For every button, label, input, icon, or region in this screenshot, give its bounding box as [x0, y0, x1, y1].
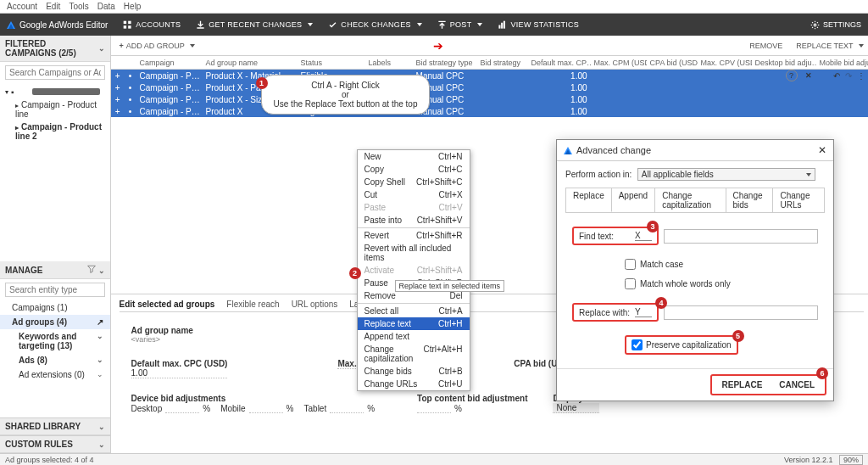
ctx-replace-text[interactable]: Replace textCtrl+H: [358, 317, 470, 330]
col-default-cpc[interactable]: Default max. CP…: [528, 59, 591, 67]
col-mobile-bid[interactable]: Mobile bid adjust: [816, 59, 868, 67]
tree-campaign-1[interactable]: ▸Campaign - Product line: [0, 98, 110, 120]
remove-button[interactable]: REMOVE: [746, 42, 786, 50]
col-cpv[interactable]: Max. CPV (USD): [698, 59, 752, 67]
get-recent-button[interactable]: GET RECENT CHANGES: [196, 20, 313, 30]
post-button[interactable]: POST: [437, 20, 483, 30]
grid-icon: [123, 20, 132, 30]
ctx-revert[interactable]: RevertCtrl+Shift+R: [358, 229, 470, 242]
tab-change-bids[interactable]: Change bids: [726, 188, 774, 212]
table-row[interactable]: +•Campaign - P…Product X - MaterialEligi…: [111, 70, 868, 81]
ctx-cut[interactable]: CutCtrl+X: [358, 188, 470, 201]
manage-extensions[interactable]: Ad extensions (0)⌄: [0, 367, 110, 382]
ctx-copy[interactable]: CopyCtrl+C: [358, 163, 470, 176]
ctx-paste-into[interactable]: Paste intoCtrl+Shift+V: [358, 214, 470, 227]
chevron-down-icon: ⌄: [97, 332, 103, 350]
match-whole-checkbox[interactable]: [625, 278, 636, 289]
settings-button[interactable]: SETTINGS: [810, 20, 861, 30]
menu-tools[interactable]: Tools: [69, 2, 88, 11]
mobile-input[interactable]: [249, 403, 283, 413]
dialog-close-icon[interactable]: ✕: [818, 144, 826, 156]
manage-campaigns[interactable]: Campaigns (1): [0, 300, 110, 315]
help-icon[interactable]: ?: [786, 70, 798, 81]
editor-tab-url[interactable]: URL options: [292, 300, 338, 309]
ctx-revert-with-all-included-items[interactable]: Revert with all included items: [358, 242, 470, 264]
manage-keywords[interactable]: Keywords and targeting (13)⌄: [0, 329, 110, 353]
table-row[interactable]: +•Campaign - P…Product X - PatternEligib…: [111, 81, 868, 93]
top-menu: Account Edit Tools Data Help: [0, 0, 868, 14]
account-name-redacted[interactable]: [32, 88, 100, 95]
ctx-change-capitalization[interactable]: Change capitalizationCtrl+Alt+H: [358, 343, 470, 365]
accounts-button[interactable]: ACCOUNTS: [123, 20, 181, 30]
col-max-cpm[interactable]: Max. CPM (USD): [591, 59, 647, 67]
campaign-search-input[interactable]: [5, 65, 105, 80]
desktop-input[interactable]: [165, 403, 199, 413]
col-cpa[interactable]: CPA bid (USD): [647, 59, 698, 67]
ctx-change-bids[interactable]: Change bidsCtrl+B: [358, 365, 470, 378]
custom-rules-header[interactable]: CUSTOM RULES⌄: [0, 435, 110, 453]
find-text-input[interactable]: [664, 229, 818, 244]
cancel-button[interactable]: CANCEL: [772, 378, 821, 392]
replace-text-button[interactable]: REPLACE TEXT: [793, 42, 866, 50]
top-content-input[interactable]: [417, 403, 451, 413]
redo-icon[interactable]: ↷: [845, 71, 852, 81]
manage-ads[interactable]: Ads (8)⌄: [0, 353, 110, 367]
tab-capitalization[interactable]: Change capitalization: [655, 188, 726, 212]
tab-change-urls[interactable]: Change URLs: [773, 188, 824, 212]
tab-append[interactable]: Append: [612, 188, 655, 212]
folder-icon: ▪: [11, 87, 14, 97]
manage-adgroups[interactable]: Ad groups (4)↗: [0, 315, 110, 329]
filter-icon[interactable]: [87, 265, 96, 273]
menu-help[interactable]: Help: [124, 2, 142, 11]
col-strategy[interactable]: Bid strategy: [477, 59, 528, 67]
menu-data[interactable]: Data: [97, 2, 115, 11]
col-adgroup[interactable]: Ad group name: [203, 59, 298, 67]
editor-tab-edit[interactable]: Edit selected ad groups: [120, 300, 215, 309]
entity-search-input[interactable]: [5, 283, 105, 297]
default-cpc-value[interactable]: 1.00: [131, 368, 228, 378]
ctx-append-text[interactable]: Append text: [358, 330, 470, 343]
preserve-checkbox[interactable]: [632, 339, 643, 350]
table-row[interactable]: +•Campaign - P…Product X - SizeEligibleM…: [111, 93, 868, 105]
table-row[interactable]: +•Campaign - P…Product XEligibleManual C…: [111, 105, 868, 117]
menu-icon[interactable]: ⋮: [857, 71, 865, 81]
match-case-check[interactable]: Match case: [625, 259, 825, 270]
col-desktop-bid[interactable]: Desktop bid adju…: [752, 59, 816, 67]
ctx-change-urls[interactable]: Change URLsCtrl+U: [358, 378, 470, 390]
replace-with-input[interactable]: [664, 305, 818, 320]
match-whole-check[interactable]: Match whole words only: [625, 278, 825, 289]
chevron-down-icon[interactable]: ⌄: [98, 266, 105, 275]
chevron-down-icon: ⌄: [97, 356, 103, 365]
check-changes-button[interactable]: CHECK CHANGES: [328, 20, 421, 30]
match-case-checkbox[interactable]: [625, 259, 636, 270]
find-text-value[interactable]: X: [635, 231, 652, 241]
action-in-select[interactable]: All applicable fields: [637, 168, 815, 181]
col-labels[interactable]: Labels: [365, 59, 413, 67]
menu-account[interactable]: Account: [7, 2, 37, 11]
chevron-down-icon[interactable]: ⌄: [98, 44, 105, 53]
col-campaign[interactable]: Campaign: [136, 59, 203, 67]
col-status[interactable]: Status: [298, 59, 365, 67]
ctx-copy-shell[interactable]: Copy ShellCtrl+Shift+C: [358, 176, 470, 188]
replace-button[interactable]: REPLACE: [715, 378, 770, 392]
tablet-input[interactable]: [330, 403, 364, 413]
view-stats-button[interactable]: VIEW STATISTICS: [498, 20, 579, 30]
replace-with-value[interactable]: Y: [635, 307, 652, 317]
top-content-label: Top content bid adjustment: [417, 394, 527, 403]
editor-tab-flexible[interactable]: Flexible reach: [226, 300, 279, 309]
col-strategy-type[interactable]: Bid strategy type: [413, 59, 477, 67]
tree-campaign-2[interactable]: ▸Campaign - Product line 2: [0, 120, 110, 143]
undo-icon[interactable]: ↶: [833, 71, 840, 81]
tab-replace[interactable]: Replace: [566, 188, 612, 212]
expand-toggle-icon[interactable]: ▾: [5, 88, 8, 96]
shared-library-header[interactable]: SHARED LIBRARY⌄: [0, 417, 110, 435]
gear-icon: [810, 20, 820, 30]
adwords-logo-icon: [7, 21, 15, 29]
ctx-select-all[interactable]: Select allCtrl+A: [358, 305, 470, 317]
zoom-control[interactable]: 90%: [839, 455, 863, 465]
add-adgroup-button[interactable]: +ADD AD GROUP: [116, 42, 198, 50]
menu-edit[interactable]: Edit: [46, 2, 60, 11]
display-net-value[interactable]: None: [553, 403, 598, 413]
ctx-new[interactable]: NewCtrl+N: [358, 150, 470, 163]
close-icon[interactable]: ✕: [803, 70, 815, 81]
